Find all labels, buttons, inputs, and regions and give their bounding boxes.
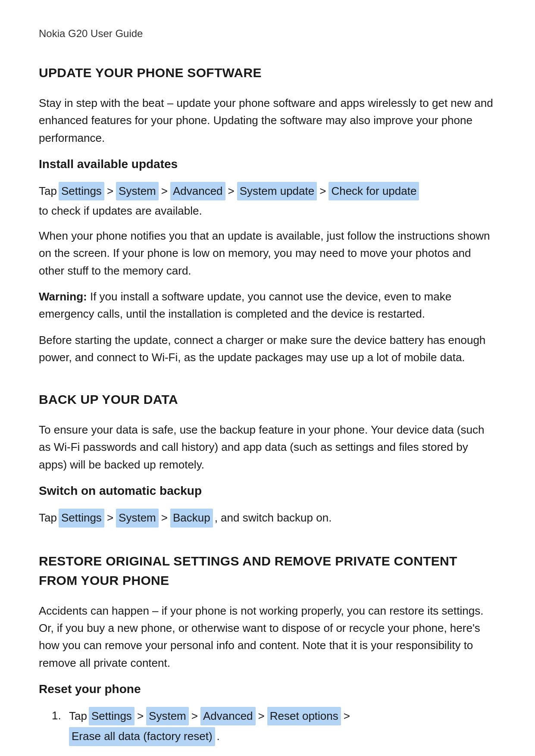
tag-check-for-update: Check for update bbox=[329, 182, 419, 201]
instruction-install-updates: Tap Settings > System > Advanced > Syste… bbox=[39, 182, 496, 220]
section-backup-data: BACK UP YOUR DATA To ensure your data is… bbox=[39, 390, 496, 527]
section-update-software: UPDATE YOUR PHONE SOFTWARE Stay in step … bbox=[39, 63, 496, 366]
instruction-suffix-1: to check if updates are available. bbox=[39, 202, 202, 220]
tap-label-3: Tap bbox=[69, 707, 87, 725]
tag-system-3: System bbox=[146, 707, 189, 726]
tag-reset-options: Reset options bbox=[267, 707, 341, 726]
section-title-restore: RESTORE ORIGINAL SETTINGS AND REMOVE PRI… bbox=[39, 551, 496, 590]
paragraph-warning: Warning: If you install a software updat… bbox=[39, 288, 496, 323]
tag-system-2: System bbox=[116, 509, 159, 528]
tag-backup: Backup bbox=[170, 509, 213, 528]
instruction-suffix-2: , and switch backup on. bbox=[215, 509, 332, 527]
reset-step-1: 1. Tap Settings > System > Advanced > Re… bbox=[52, 707, 496, 746]
subsection-reset-phone: Reset your phone 1. Tap Settings > Syste… bbox=[39, 680, 496, 756]
subsection-title-backup: Switch on automatic backup bbox=[39, 482, 496, 500]
step-1-suffix: . bbox=[217, 728, 220, 746]
section-restore-settings: RESTORE ORIGINAL SETTINGS AND REMOVE PRI… bbox=[39, 551, 496, 756]
step-number-2: 2. bbox=[52, 752, 69, 756]
section-backup-intro: To ensure your data is safe, use the bac… bbox=[39, 421, 496, 473]
reset-steps-list: 1. Tap Settings > System > Advanced > Re… bbox=[52, 707, 496, 756]
paragraph-notifies: When your phone notifies you that an upd… bbox=[39, 227, 496, 279]
tag-system-1: System bbox=[116, 182, 159, 201]
tag-erase-all-data: Erase all data (factory reset) bbox=[69, 727, 215, 746]
tag-settings-3: Settings bbox=[89, 707, 135, 726]
section-update-intro: Stay in step with the beat – update your… bbox=[39, 94, 496, 147]
subsection-auto-backup: Switch on automatic backup Tap Settings … bbox=[39, 482, 496, 528]
tag-system-update: System update bbox=[237, 182, 317, 201]
section-title-update: UPDATE YOUR PHONE SOFTWARE bbox=[39, 63, 496, 82]
subsection-title-reset: Reset your phone bbox=[39, 680, 496, 698]
paragraph-before-update: Before starting the update, connect a ch… bbox=[39, 331, 496, 366]
tap-label-2: Tap bbox=[39, 509, 57, 527]
step-2-content: Follow the instructions shown on your ph… bbox=[69, 752, 293, 756]
instruction-backup: Tap Settings > System > Backup , and swi… bbox=[39, 509, 496, 528]
page-header: Nokia G20 User Guide bbox=[39, 26, 496, 41]
section-title-backup: BACK UP YOUR DATA bbox=[39, 390, 496, 409]
subsection-title-install: Install available updates bbox=[39, 155, 496, 173]
section-restore-intro: Accidents can happen – if your phone is … bbox=[39, 602, 496, 672]
tag-advanced-2: Advanced bbox=[200, 707, 256, 726]
tag-advanced-1: Advanced bbox=[170, 182, 225, 201]
subsection-install-updates: Install available updates Tap Settings >… bbox=[39, 155, 496, 366]
tap-label: Tap bbox=[39, 182, 57, 200]
step-1-content: Tap Settings > System > Advanced > Reset… bbox=[69, 707, 496, 746]
step-number-1: 1. bbox=[52, 707, 69, 725]
reset-step-2: 2. Follow the instructions shown on your… bbox=[52, 752, 496, 756]
tag-settings-1: Settings bbox=[59, 182, 104, 201]
page: Nokia G20 User Guide UPDATE YOUR PHONE S… bbox=[0, 0, 535, 756]
tag-settings-2: Settings bbox=[59, 509, 104, 528]
header-title: Nokia G20 User Guide bbox=[39, 28, 143, 39]
step-2-text: Follow the instructions shown on your ph… bbox=[69, 752, 293, 756]
